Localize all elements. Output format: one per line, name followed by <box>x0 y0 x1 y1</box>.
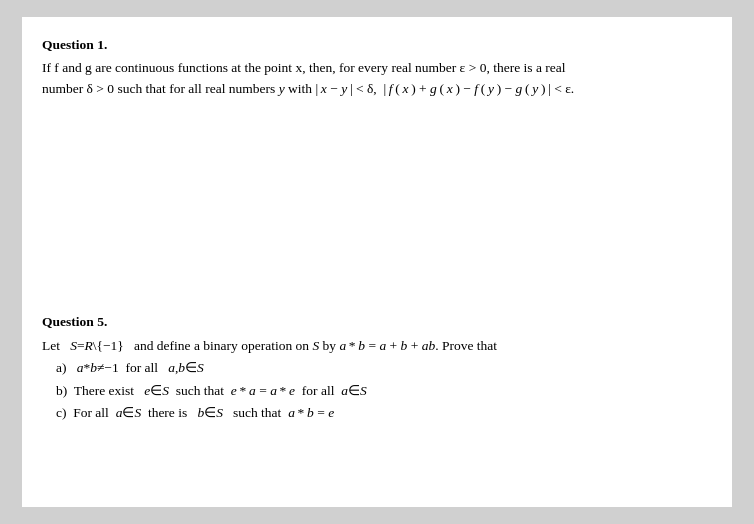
q5-title: Question 5. <box>42 312 712 333</box>
q5-intro: Let S=R\{−1} and define a binary operati… <box>42 335 712 357</box>
spacer <box>42 112 712 312</box>
q1-line2: number δ > 0 such that for all real numb… <box>42 79 712 100</box>
page: Question 1. If f and g are continuous fu… <box>22 17 732 507</box>
question-1-block: Question 1. If f and g are continuous fu… <box>42 35 712 100</box>
q1-body: If f and g are continuous functions at t… <box>42 58 712 100</box>
q5-item-a: a) a*b≠−1 for all a,b∈S <box>42 357 712 379</box>
q5-item-c: c) For all a∈S there is b∈S such that a … <box>42 402 712 424</box>
q1-title: Question 1. <box>42 35 712 56</box>
q5-set: S=R\{−1} <box>70 338 124 353</box>
question-5-block: Question 5. Let S=R\{−1} and define a bi… <box>42 312 712 424</box>
q1-line1: If f and g are continuous functions at t… <box>42 58 712 79</box>
q5-item-b: b) There exist e∈S such that e * a = a *… <box>42 380 712 402</box>
